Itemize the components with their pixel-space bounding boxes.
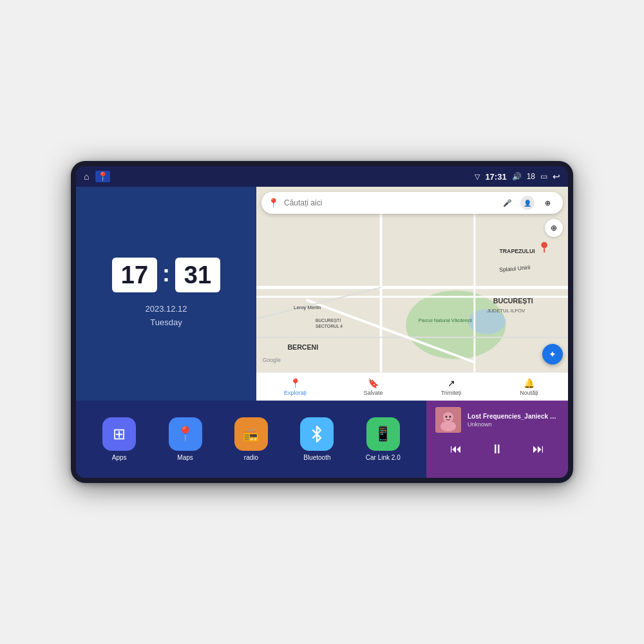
news-label: Noutăți <box>520 390 538 396</box>
music-controls: ⏮ ⏸ ⏭ <box>435 439 559 459</box>
account-button[interactable]: 👤 <box>520 196 535 210</box>
svg-text:SECTORUL 4: SECTORUL 4 <box>316 324 343 328</box>
apps-bar: ⊞ Apps 📍 Maps 📻 radio <box>76 401 426 478</box>
clock-colon: : <box>162 260 170 287</box>
clock-minute: 31 <box>175 258 220 292</box>
svg-point-24 <box>440 421 456 431</box>
clock-date: 2023.12.12 Tuesday <box>145 303 187 330</box>
main-content: 17 : 31 2023.12.12 Tuesday <box>76 187 568 478</box>
svg-point-26 <box>450 416 451 418</box>
svg-rect-0 <box>256 200 568 387</box>
carlink-label: Car Link 2.0 <box>366 454 401 461</box>
bottom-section: ⊞ Apps 📍 Maps 📻 radio <box>76 401 568 478</box>
battery-icon: ▭ <box>540 172 547 181</box>
svg-text:BUCUREȘTI: BUCUREȘTI <box>493 297 533 305</box>
voice-search-button[interactable]: 🎤 <box>498 194 516 212</box>
app-item-bluetooth[interactable]: Bluetooth <box>298 417 336 461</box>
svg-text:Leroy Merlin: Leroy Merlin <box>294 305 321 310</box>
music-text: Lost Frequencies_Janieck Devy-... Unknow… <box>468 413 559 428</box>
volume-icon[interactable]: 🔊 <box>512 172 522 181</box>
svg-text:JUDEȚUL ILFOV: JUDEȚUL ILFOV <box>487 308 526 314</box>
bluetooth-icon <box>300 417 334 451</box>
music-artist: Unknown <box>468 421 559 428</box>
maps-label: Maps <box>177 454 193 461</box>
status-bar-left: ⌂ 📍 <box>84 171 110 182</box>
prev-button[interactable]: ⏮ <box>445 440 467 459</box>
time-display: 17:31 <box>485 172 506 182</box>
map-nav-saved[interactable]: 🔖 Salvate <box>334 378 412 396</box>
svg-text:Parcul Natural Văcărești: Parcul Natural Văcărești <box>419 317 473 323</box>
carlink-icon: 📱 <box>366 417 400 451</box>
my-location-button[interactable]: ✦ <box>542 344 563 365</box>
status-bar-right: ▽ 17:31 🔊 18 ▭ ↩ <box>475 171 560 182</box>
music-thumbnail <box>435 407 461 433</box>
svg-text:TRAPEZULUI: TRAPEZULUI <box>500 248 535 254</box>
maps-shortcut-icon[interactable]: 📍 <box>95 171 110 182</box>
saved-label: Salvate <box>363 390 383 396</box>
music-info: Lost Frequencies_Janieck Devy-... Unknow… <box>435 407 559 433</box>
top-section: 17 : 31 2023.12.12 Tuesday <box>76 187 568 401</box>
map-nav-news[interactable]: 🔔 Noutăți <box>490 378 568 396</box>
svg-point-23 <box>443 412 453 422</box>
music-title: Lost Frequencies_Janieck Devy-... <box>468 413 559 420</box>
app-item-apps[interactable]: ⊞ Apps <box>100 417 138 461</box>
send-icon: ↗ <box>448 378 455 388</box>
map-pin-icon: 📍 <box>268 198 279 208</box>
app-item-maps[interactable]: 📍 Maps <box>166 417 205 461</box>
news-icon: 🔔 <box>524 378 535 388</box>
svg-point-20 <box>541 242 547 249</box>
device-screen: ⌂ 📍 ▽ 17:31 🔊 18 ▭ ↩ 17 : <box>76 166 568 478</box>
map-search-bar[interactable]: 📍 Căutați aici 🎤 👤 ⊕ <box>261 192 563 214</box>
maps-icon: 📍 <box>169 417 202 451</box>
explore-label: Explorați <box>284 390 307 396</box>
apps-icon: ⊞ <box>102 417 136 451</box>
map-search-input[interactable]: Căutați aici <box>284 198 493 207</box>
map-panel[interactable]: TRAPEZULUI Splaiul Unirii BUCUREȘTI JUDE… <box>256 187 568 401</box>
back-button[interactable]: ↩ <box>553 171 560 182</box>
music-player: Lost Frequencies_Janieck Devy-... Unknow… <box>426 401 568 478</box>
map-bottom-nav: 📍 Explorați 🔖 Salvate ↗ Trimiteți 🔔 <box>256 372 568 401</box>
signal-icon: ▽ <box>475 173 480 181</box>
compass-button[interactable]: ⊕ <box>545 219 563 237</box>
bluetooth-label: Bluetooth <box>303 454 330 461</box>
app-item-carlink[interactable]: 📱 Car Link 2.0 <box>364 417 402 461</box>
map-search-icons: 🎤 👤 ⊕ <box>498 194 556 212</box>
battery-level: 18 <box>527 172 535 181</box>
radio-label: radio <box>244 454 258 461</box>
svg-text:BERCENI: BERCENI <box>287 343 318 351</box>
explore-icon: 📍 <box>290 378 301 388</box>
clock-display: 17 : 31 <box>112 258 220 292</box>
apps-label: Apps <box>112 454 127 461</box>
svg-text:BUCUREȘTI: BUCUREȘTI <box>316 318 341 323</box>
map-nav-explore[interactable]: 📍 Explorați <box>256 378 334 396</box>
next-button[interactable]: ⏭ <box>527 440 549 459</box>
home-icon[interactable]: ⌂ <box>84 171 89 182</box>
play-pause-button[interactable]: ⏸ <box>486 439 509 459</box>
car-infotainment-device: ⌂ 📍 ▽ 17:31 🔊 18 ▭ ↩ 17 : <box>71 161 573 483</box>
svg-point-25 <box>446 416 448 418</box>
map-nav-send[interactable]: ↗ Trimiteți <box>412 378 490 396</box>
app-item-radio[interactable]: 📻 radio <box>232 417 270 461</box>
status-bar: ⌂ 📍 ▽ 17:31 🔊 18 ▭ ↩ <box>76 166 568 187</box>
clock-hour: 17 <box>112 258 157 292</box>
map-controls: ⊕ <box>545 219 563 237</box>
saved-icon: 🔖 <box>368 378 379 388</box>
radio-icon: 📻 <box>234 417 268 451</box>
send-label: Trimiteți <box>441 390 462 396</box>
layers-button[interactable]: ⊕ <box>538 194 556 212</box>
clock-panel: 17 : 31 2023.12.12 Tuesday <box>76 187 256 401</box>
svg-text:Google: Google <box>263 357 281 363</box>
